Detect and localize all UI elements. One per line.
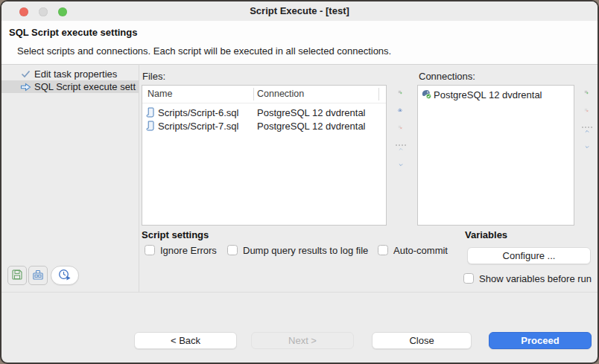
show-variables-before-run-checkbox[interactable]: Show variables before run <box>463 272 592 284</box>
close-button[interactable]: Close <box>372 332 472 349</box>
save-task-as-icon <box>32 269 44 283</box>
save-task-button[interactable] <box>7 266 27 285</box>
sql-script-icon <box>146 121 154 133</box>
sidebar-item-label: Edit task properties <box>34 68 117 80</box>
variables-title: Variables <box>465 229 507 240</box>
add-script-icon[interactable] <box>393 86 407 99</box>
save-task-as-button[interactable] <box>28 266 48 285</box>
add-from-cloud-icon[interactable] <box>393 103 407 117</box>
sidebar-item-edit-task-properties[interactable]: Edit task properties <box>1 68 139 80</box>
file-name: Scripts/Script-7.sql <box>158 121 238 132</box>
move-down-icon[interactable] <box>580 140 594 153</box>
connection-name: PostgreSQL 12 dvdrental <box>434 89 542 100</box>
screenshot: Script Execute - [test] SQL Script execu… <box>0 0 599 364</box>
connections-list[interactable]: PostgreSQL 12 dvdrental <box>417 85 574 226</box>
window-title: Script Execute - [test] <box>1 1 598 21</box>
arrow-right-icon <box>19 83 32 92</box>
toolbar-separator-dots <box>395 136 407 139</box>
list-item-connection[interactable]: PostgreSQL 12 dvdrental <box>421 89 542 101</box>
column-divider[interactable] <box>378 88 379 100</box>
sidebar-divider <box>139 64 139 293</box>
sql-script-icon <box>146 107 154 120</box>
page-description: Select scripts and connections. Each scr… <box>17 45 391 57</box>
sidebar-item-label: SQL Script execute sett <box>34 81 136 92</box>
checkbox-label: Dump query results to log file <box>243 245 368 256</box>
move-down-icon[interactable] <box>394 158 408 171</box>
column-header-name[interactable]: Name <box>148 89 172 99</box>
wizard-header: SQL Script execute settings Select scrip… <box>1 21 598 65</box>
save-task-icon <box>11 269 23 283</box>
move-up-icon[interactable] <box>394 142 408 156</box>
files-table-header: Name Connection <box>142 86 386 103</box>
column-header-connection[interactable]: Connection <box>257 89 304 99</box>
remove-connection-icon[interactable] <box>580 103 593 117</box>
footer-divider <box>1 292 598 293</box>
check-icon <box>19 70 32 78</box>
proceed-button[interactable]: Proceed <box>489 332 592 349</box>
file-name: Scripts/Script-6.sql <box>158 107 238 118</box>
remove-script-icon[interactable] <box>393 121 407 134</box>
checkbox-label: Ignore Errors <box>160 245 217 256</box>
checkbox-label: Auto-commit <box>393 245 448 256</box>
titlebar: Script Execute - [test] <box>1 1 598 22</box>
checkbox-icon[interactable] <box>378 245 388 255</box>
sidebar-item-sql-script-execute-settings[interactable]: SQL Script execute sett <box>1 80 139 93</box>
column-divider[interactable] <box>253 88 254 100</box>
add-connection-icon[interactable] <box>580 86 593 99</box>
back-button[interactable]: < Back <box>134 332 237 349</box>
postgresql-icon <box>421 89 431 101</box>
table-row[interactable]: Scripts/Script-6.sql PostgreSQL 12 dvdre… <box>142 106 386 120</box>
checkbox-label: Show variables before run <box>479 273 592 284</box>
script-execute-dialog: Script Execute - [test] SQL Script execu… <box>0 0 599 364</box>
schedule-task-button[interactable] <box>51 266 79 285</box>
configure-variables-button[interactable]: Configure ... <box>467 247 591 264</box>
file-connection: PostgreSQL 12 dvdrental <box>257 121 366 132</box>
ignore-errors-checkbox[interactable]: Ignore Errors <box>145 244 217 256</box>
page-title: SQL Script execute settings <box>9 27 137 38</box>
files-label: Files: <box>142 71 165 82</box>
schedule-task-icon <box>58 269 72 283</box>
file-connection: PostgreSQL 12 dvdrental <box>257 107 366 118</box>
checkbox-icon[interactable] <box>227 245 238 255</box>
checkbox-icon[interactable] <box>463 273 474 284</box>
script-settings-title: Script settings <box>142 229 209 240</box>
auto-commit-checkbox[interactable]: Auto-commit <box>378 244 448 256</box>
next-button[interactable]: Next > <box>251 332 354 349</box>
table-row[interactable]: Scripts/Script-7.sql PostgreSQL 12 dvdre… <box>142 120 386 133</box>
checkbox-icon[interactable] <box>145 245 155 255</box>
dump-query-results-checkbox[interactable]: Dump query results to log file <box>227 244 368 256</box>
toolbar-separator-dots <box>581 118 593 121</box>
files-table[interactable]: Name Connection Scripts/Script-6.sql Pos… <box>142 85 387 226</box>
move-up-icon[interactable] <box>580 124 594 138</box>
connections-label: Connections: <box>419 71 475 82</box>
